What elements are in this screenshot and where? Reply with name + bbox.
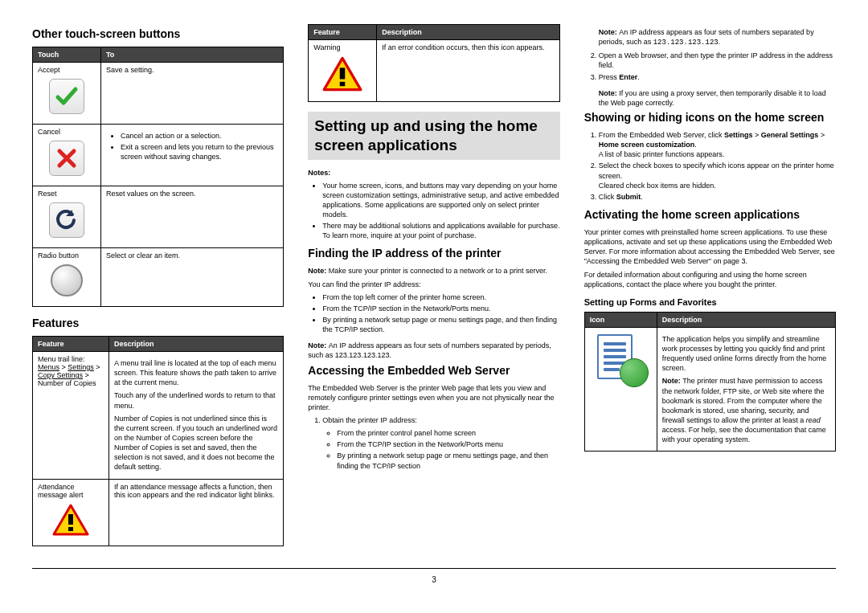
heading-activating: Activating the home screen applications [584,208,836,221]
activating-p1: Your printer comes with preinstalled hom… [584,227,836,267]
section-band-setting-up: Setting up and using the home screen app… [308,112,559,160]
cell-reset-desc: Reset values on the screen. [101,186,284,248]
warning-icon [52,504,89,536]
th-description: Description [109,337,284,352]
th-desc2: Description [377,25,559,40]
cell-attendance-feature: Attendance message alert [33,479,109,546]
svg-rect-0 [68,514,73,525]
heading-features: Features [32,317,284,329]
table-warning: Feature Description Warning If an error … [308,24,559,102]
reset-icon [49,202,84,238]
show-hide-steps: From the Embedded Web Server, click Sett… [584,130,836,202]
ews-steps-cont: Open a Web browser, and then type the pr… [584,51,836,81]
svg-rect-1 [68,527,73,531]
cell-accept-label: Accept [33,63,101,125]
cell-warning-feature: Warning [309,40,377,102]
activating-p2: For detailed information about configuri… [584,270,836,289]
cell-radio-label: Radio button [33,248,101,307]
cell-cancel-label: Cancel [33,125,101,186]
table-features: Feature Description Menu trail line: Men… [32,336,284,546]
cell-menu-trail-desc: A menu trail line is located at the top … [109,352,284,480]
table-forms: Icon Description [584,312,836,452]
heading-other-buttons: Other touch-screen buttons [32,27,284,40]
heading-forms: Setting up Forms and Favorites [584,297,836,307]
note-ip-format: Note: An IP address appears as four sets… [308,341,559,360]
cell-warning-desc: If an error condition occurs, then this … [377,40,559,102]
th-touch: Touch [33,47,101,63]
ews-para: The Embedded Web Server is the printer W… [308,383,559,412]
heading-show-hide: Showing or hiding icons on the home scre… [584,111,836,124]
cell-menu-trail-feature: Menu trail line: Menus > Settings > Copy… [33,352,109,480]
cell-cancel-desc: Cancel an action or a selection. Exit a … [101,125,284,186]
accept-icon [49,79,84,114]
page-number: 3 [32,575,836,584]
th-icon: Icon [584,312,657,327]
cell-attendance-desc: If an attendance message affects a funct… [109,479,284,546]
column-2: Feature Description Warning If an error … [308,24,559,556]
cancel-icon [49,141,84,176]
note-find-ip: Note: Make sure your printer is connecte… [308,266,559,276]
warning-icon [322,56,362,92]
th-to: To [101,47,284,63]
heading-ews: Accessing the Embedded Web Server [308,364,559,377]
forms-favorites-icon [592,331,649,387]
cell-forms-desc: The application helps you simplify and s… [657,327,835,452]
ews-steps: Obtain the printer IP address: From the … [308,415,559,471]
th-desc3: Description [657,312,835,327]
heading-find-ip: Finding the IP address of the printer [308,247,559,260]
note-proxy: Note: If you are using a proxy server, t… [599,88,836,108]
page-columns: Other touch-screen buttons Touch To Acce… [32,24,836,569]
table-touch-buttons: Touch To Accept Save a setting. Cancel [32,47,284,307]
cell-reset-label: Reset [33,186,101,248]
notes-list: Your home screen, icons, and buttons may… [308,181,559,241]
find-ip-lead: You can find the printer IP address: [308,280,559,289]
notes-label: Notes: [308,168,559,178]
radio-button-icon [51,264,83,296]
cell-forms-icon [584,327,657,452]
th-feature: Feature [33,337,109,352]
svg-rect-3 [340,82,346,86]
svg-rect-2 [340,67,346,79]
column-1: Other touch-screen buttons Touch To Acce… [32,24,284,556]
cell-radio-desc: Select or clear an item. [101,248,284,307]
cell-accept-desc: Save a setting. [101,63,284,125]
note-ip-top: Note: An IP address appears as four sets… [599,27,836,47]
column-3: Note: An IP address appears as four sets… [584,24,836,556]
th-feature2: Feature [309,25,377,40]
find-ip-list: From the top left corner of the printer … [308,292,559,335]
